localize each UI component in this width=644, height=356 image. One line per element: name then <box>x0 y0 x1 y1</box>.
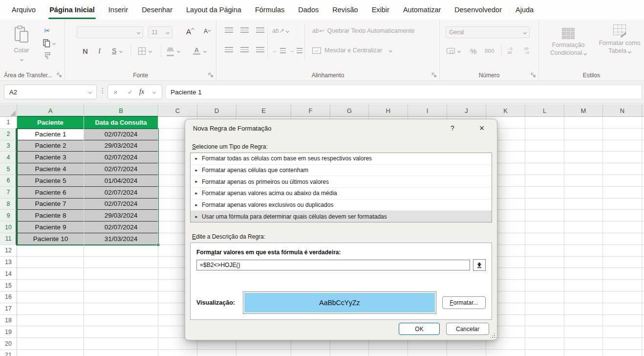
row-header-1[interactable]: 1 <box>0 117 17 129</box>
bold-button[interactable]: N <box>83 45 88 57</box>
column-header-D[interactable]: D <box>197 104 236 117</box>
range-picker-button[interactable] <box>473 259 486 271</box>
column-header-F[interactable]: F <box>291 104 330 117</box>
formula-bar-input[interactable]: Paciente 1 <box>165 85 642 99</box>
header-cell-data-da-consulta[interactable]: Data da Consulta <box>84 117 158 129</box>
cancel-button[interactable]: Cancelar <box>446 323 489 335</box>
column-header-J[interactable]: J <box>447 104 486 117</box>
column-header-C[interactable]: C <box>158 104 197 117</box>
row-header-8[interactable]: 8 <box>0 199 17 210</box>
row-header-12[interactable]: 12 <box>0 245 17 257</box>
number-dialog-launcher-icon[interactable] <box>531 72 536 78</box>
decrease-decimal-button[interactable]: .00→0 <box>523 45 529 57</box>
tab-dados[interactable]: Dados <box>291 0 325 20</box>
row-header-13[interactable]: 13 <box>0 257 17 268</box>
help-icon[interactable]: ? <box>445 122 460 134</box>
column-header-N[interactable]: N <box>603 104 642 117</box>
rule-type-option[interactable]: ►Formatar apenas os primeiros ou últimos… <box>191 176 492 188</box>
ok-button[interactable]: OK <box>399 323 440 335</box>
font-dialog-launcher-icon[interactable] <box>208 72 214 78</box>
accounting-format-button[interactable] <box>447 45 460 57</box>
align-left-icon[interactable] <box>225 47 233 52</box>
row-header-17[interactable]: 17 <box>0 303 17 315</box>
row-header-2[interactable]: 2 <box>0 129 17 140</box>
row-header-5[interactable]: 5 <box>0 163 17 175</box>
cell-A5[interactable]: Paciente 4 <box>17 163 84 175</box>
grow-font-button[interactable]: A <box>186 25 194 37</box>
cell-B4[interactable]: 02/07/2024 <box>84 152 158 163</box>
confirm-entry-icon[interactable]: ✓ <box>128 89 133 96</box>
tab-revisao[interactable]: Revisão <box>325 0 365 20</box>
format-as-table-button[interactable]: Formatar como Tabela <box>597 24 643 55</box>
borders-button[interactable] <box>138 45 151 57</box>
tab-exibir[interactable]: Exibir <box>365 0 396 20</box>
align-top-icon[interactable] <box>225 27 233 33</box>
cell-A2[interactable]: Paciente 1 <box>17 129 84 140</box>
shrink-font-button[interactable]: A <box>204 25 211 37</box>
resize-grip[interactable] <box>490 333 495 338</box>
italic-button[interactable]: I <box>98 45 101 57</box>
increase-indent-button[interactable]: → <box>289 47 302 54</box>
align-right-icon[interactable] <box>256 47 264 52</box>
cell-B9[interactable]: 29/03/2024 <box>84 210 158 222</box>
decrease-indent-button[interactable]: ← <box>272 47 286 54</box>
row-header-19[interactable]: 19 <box>0 326 17 338</box>
tab-automatizar[interactable]: Automatizar <box>396 0 448 20</box>
tab-desenhar[interactable]: Desenhar <box>135 0 179 20</box>
align-middle-icon[interactable] <box>240 27 249 33</box>
row-header-14[interactable]: 14 <box>0 268 17 280</box>
row-header-10[interactable]: 10 <box>0 222 17 233</box>
cell-A6[interactable]: Paciente 5 <box>17 175 84 187</box>
align-bottom-icon[interactable] <box>256 27 264 33</box>
paste-button[interactable]: Colar <box>9 25 34 63</box>
row-header-3[interactable]: 3 <box>0 140 17 152</box>
cell-B11[interactable]: 31/03/2024 <box>84 233 158 245</box>
cell-A7[interactable]: Paciente 6 <box>17 187 84 199</box>
tab-inserir[interactable]: Inserir <box>102 0 135 20</box>
percent-button[interactable]: % <box>470 45 476 57</box>
row-header-15[interactable]: 15 <box>0 280 17 291</box>
cell-B5[interactable]: 02/07/2024 <box>84 163 158 175</box>
paste-dropdown-icon[interactable] <box>20 58 23 61</box>
format-painter-button[interactable] <box>43 52 63 62</box>
font-size-combo[interactable]: 11 <box>148 26 172 38</box>
cell-A4[interactable]: Paciente 3 <box>17 152 84 163</box>
cell-B6[interactable]: 01/04/2024 <box>84 175 158 187</box>
orientation-button[interactable]: ab↗ <box>272 27 289 34</box>
name-box[interactable]: A2 <box>4 85 97 99</box>
rule-type-option[interactable]: ►Formatar apenas valores acima ou abaixo… <box>191 188 492 200</box>
name-box-dropdown-icon[interactable] <box>88 90 92 93</box>
increase-decimal-button[interactable]: ←0.00 <box>506 45 512 57</box>
tab-desenvolvedor[interactable]: Desenvolvedor <box>448 0 509 20</box>
cell-A11[interactable]: Paciente 10 <box>17 233 84 245</box>
row-header-20[interactable]: 20 <box>0 338 17 350</box>
conditional-formatting-button[interactable]: Formatação Condicional <box>543 24 594 57</box>
insert-function-icon[interactable]: fx <box>139 88 144 96</box>
cell-B7[interactable]: 02/07/2024 <box>84 187 158 199</box>
rule-type-option[interactable]: ►Formatar apenas valores exclusivos ou d… <box>191 200 492 211</box>
copy-button[interactable] <box>43 39 63 47</box>
thousands-separator-button[interactable]: 000 <box>485 45 494 57</box>
formula-input[interactable] <box>196 260 470 270</box>
cancel-entry-icon[interactable]: × <box>113 88 118 96</box>
select-all-corner[interactable] <box>0 104 17 117</box>
column-header-I[interactable]: I <box>408 104 447 117</box>
rule-type-option[interactable]: ►Formatar todas as células com base em s… <box>191 153 492 165</box>
header-cell-paciente[interactable]: Paciente <box>17 117 84 129</box>
row-header-16[interactable]: 16 <box>0 291 17 303</box>
cell-B8[interactable]: 02/07/2024 <box>84 199 158 210</box>
font-name-combo[interactable] <box>77 26 143 38</box>
tab-ajuda[interactable]: Ajuda <box>509 0 540 20</box>
row-header-18[interactable]: 18 <box>0 315 17 327</box>
underline-button[interactable]: S <box>112 45 122 57</box>
fill-color-button[interactable] <box>167 45 180 57</box>
merge-center-button[interactable]: ↔ Mesclar e Centralizar <box>312 47 392 54</box>
row-header-21[interactable]: 21 <box>0 350 17 356</box>
clipboard-dialog-launcher-icon[interactable] <box>57 72 62 78</box>
column-header-B[interactable]: B <box>84 104 158 117</box>
cell-B10[interactable]: 02/07/2024 <box>84 222 158 233</box>
column-header-G[interactable]: G <box>330 104 369 117</box>
wrap-text-button[interactable]: ab↩ Quebrar Texto Automaticamente <box>312 27 414 34</box>
alignment-dialog-launcher-icon[interactable] <box>431 72 437 78</box>
tab-pagina-inicial[interactable]: Página Inicial <box>43 0 102 20</box>
